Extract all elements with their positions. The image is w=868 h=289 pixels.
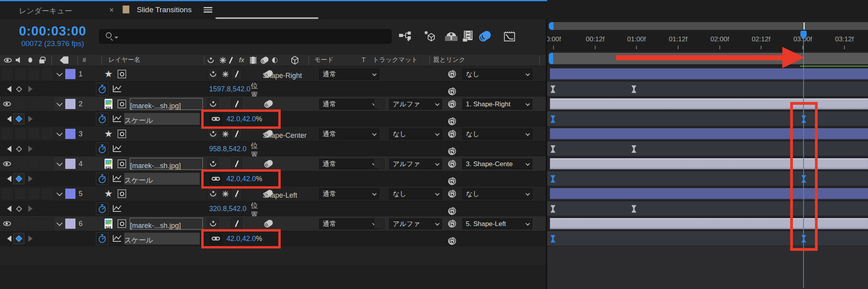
- comp-mini-flowchart-icon[interactable]: [397, 28, 413, 44]
- blend-mode-dropdown[interactable]: 通常: [319, 189, 379, 199]
- live-update-icon[interactable]: [421, 28, 437, 44]
- lock-toggle[interactable]: [41, 187, 53, 200]
- add-keyframe-button[interactable]: [13, 143, 24, 154]
- layer-duration-bar[interactable]: [550, 218, 868, 229]
- expand-chevron-icon[interactable]: [55, 96, 64, 111]
- next-keyframe-button[interactable]: [28, 231, 36, 246]
- collapse-switch[interactable]: [220, 67, 230, 82]
- next-keyframe-button[interactable]: [28, 201, 36, 216]
- lock-toggle[interactable]: [41, 157, 53, 170]
- video-toggle[interactable]: [1, 128, 13, 140]
- frame-blending-icon[interactable]: [460, 28, 476, 44]
- property-name-box[interactable]: スケール: [124, 173, 200, 185]
- prev-keyframe-button[interactable]: [3, 201, 12, 216]
- layer-name-column-header[interactable]: レイヤー名: [108, 54, 140, 66]
- solo-toggle[interactable]: [28, 157, 40, 170]
- parent-link-column-header[interactable]: 親とリンク: [433, 54, 465, 66]
- stopwatch-icon[interactable]: [96, 143, 108, 155]
- layer-name-box[interactable]: [marek-...sh.jpg]: [130, 218, 203, 230]
- next-keyframe-button[interactable]: [28, 82, 36, 96]
- lock-toggle[interactable]: [41, 128, 53, 140]
- property-graph-icon[interactable]: [112, 85, 122, 93]
- blend-mode-dropdown[interactable]: 通常: [319, 159, 379, 169]
- layer-duration-bar[interactable]: [550, 69, 868, 80]
- parent-pickwhip-icon[interactable]: [447, 156, 458, 171]
- property-name-box[interactable]: 位置: [124, 203, 200, 215]
- tab-render-queue[interactable]: レンダーキュー: [19, 6, 72, 16]
- lock-toggle[interactable]: [41, 217, 53, 230]
- blend-mode-dropdown[interactable]: 通常: [319, 219, 379, 229]
- shy-switch[interactable]: [208, 98, 219, 110]
- property-graph-icon[interactable]: [112, 115, 122, 122]
- parent-dropdown[interactable]: 5. Shape-Left: [462, 219, 532, 229]
- layer-name-box[interactable]: Shape-Left: [130, 188, 203, 200]
- label-color-swatch[interactable]: [65, 219, 75, 229]
- preserve-transparency-box[interactable]: [374, 219, 384, 229]
- solo-toggle[interactable]: [28, 98, 40, 110]
- shy-switch[interactable]: [208, 158, 219, 170]
- layer-name-box[interactable]: Shape-Center: [130, 128, 203, 140]
- property-graph-icon[interactable]: [112, 204, 122, 212]
- label-color-swatch[interactable]: [65, 99, 75, 109]
- timeline-navigator-bar[interactable]: [549, 22, 868, 30]
- label-color-swatch[interactable]: [65, 159, 75, 169]
- keyframe-icon[interactable]: [550, 235, 556, 243]
- label-color-swatch[interactable]: [65, 189, 75, 199]
- parent-pickwhip-icon[interactable]: [447, 186, 458, 201]
- layer-name-box[interactable]: [marek-...sh.jpg]: [130, 98, 203, 110]
- video-toggle[interactable]: [1, 98, 13, 110]
- property-graph-icon[interactable]: [112, 234, 122, 242]
- video-toggle[interactable]: [1, 157, 13, 170]
- quality-switch[interactable]: [231, 158, 242, 170]
- keyframe-icon[interactable]: [550, 175, 556, 183]
- track-matte-dropdown[interactable]: なし: [389, 189, 442, 199]
- keyframe-icon[interactable]: [631, 85, 637, 93]
- property-name[interactable]: 位置: [251, 203, 258, 218]
- property-value[interactable]: 320.8,542.0: [209, 201, 246, 216]
- expand-chevron-icon[interactable]: [55, 216, 64, 231]
- prev-keyframe-button[interactable]: [3, 82, 12, 96]
- track-matte-dropdown[interactable]: アルファ: [389, 219, 442, 229]
- expand-chevron-icon[interactable]: [55, 156, 64, 171]
- prev-keyframe-button[interactable]: [3, 231, 12, 246]
- parent-pickwhip-icon[interactable]: [447, 96, 458, 111]
- keyframe-icon[interactable]: [550, 115, 556, 123]
- mode-column-header[interactable]: モード: [314, 54, 334, 66]
- video-toggle[interactable]: [1, 217, 13, 230]
- prev-keyframe-button[interactable]: [3, 111, 12, 126]
- preserve-transparency-box[interactable]: [374, 159, 384, 169]
- next-keyframe-button[interactable]: [28, 171, 36, 186]
- parent-pickwhip-icon[interactable]: [447, 126, 458, 141]
- property-name[interactable]: 位置: [251, 83, 258, 98]
- property-name-box[interactable]: 位置: [124, 143, 200, 155]
- search-options-caret[interactable]: [114, 37, 118, 41]
- motion-blur-switch[interactable]: [263, 67, 274, 82]
- keyframe-icon[interactable]: [550, 85, 556, 93]
- video-toggle[interactable]: [1, 187, 13, 200]
- next-keyframe-button[interactable]: [28, 111, 36, 126]
- blend-mode-dropdown[interactable]: 通常: [319, 99, 379, 109]
- next-keyframe-button[interactable]: [28, 141, 36, 156]
- motion-blur-icon[interactable]: [477, 28, 493, 44]
- property-value[interactable]: 958.8,542.0: [209, 141, 246, 156]
- audio-toggle[interactable]: [14, 157, 27, 170]
- stopwatch-icon[interactable]: [96, 83, 108, 95]
- search-input[interactable]: [121, 30, 385, 43]
- layer-duration-bar[interactable]: [550, 188, 868, 199]
- layer-duration-bar[interactable]: [550, 128, 868, 139]
- parent-dropdown[interactable]: なし: [462, 129, 532, 139]
- video-toggle[interactable]: [1, 68, 13, 80]
- layer-duration-bar[interactable]: [550, 158, 868, 169]
- add-keyframe-button[interactable]: [13, 233, 24, 244]
- solo-toggle[interactable]: [28, 68, 40, 80]
- property-name[interactable]: スケール: [124, 233, 153, 248]
- hide-shy-layers-icon[interactable]: [443, 28, 459, 44]
- audio-toggle[interactable]: [14, 217, 27, 230]
- property-value[interactable]: 1597.8,542.0: [209, 82, 250, 96]
- parent-dropdown[interactable]: 1. Shape-Right: [462, 99, 532, 109]
- stopwatch-icon[interactable]: [96, 172, 108, 185]
- audio-toggle[interactable]: [14, 187, 27, 200]
- track-matte-dropdown[interactable]: アルファ: [389, 159, 442, 169]
- property-pickwhip-icon[interactable]: [447, 233, 458, 248]
- shy-switch[interactable]: [208, 188, 219, 200]
